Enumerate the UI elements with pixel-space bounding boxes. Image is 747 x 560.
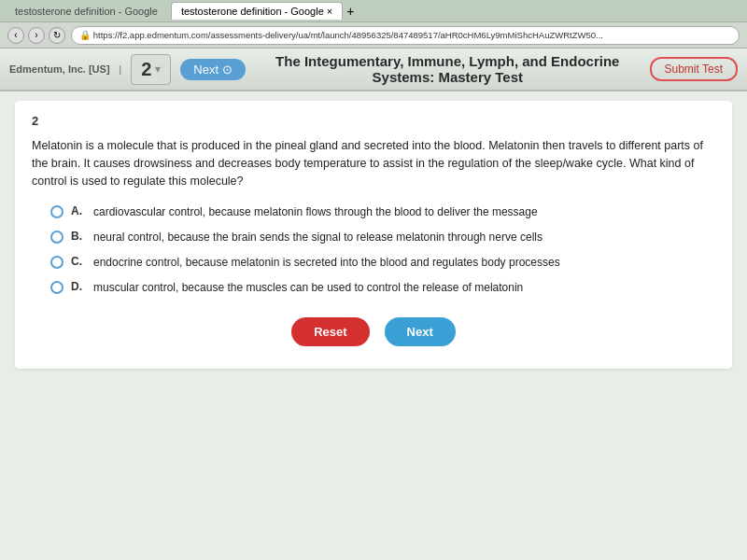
url-text: https://f2.app.edmentum.com/assessments-… (93, 30, 603, 40)
submit-test-button[interactable]: Submit Test (650, 57, 738, 81)
tab-bar: testosterone definition - Google testost… (0, 0, 747, 22)
question-card: 2 Melatonin is a molecule that is produc… (15, 101, 732, 369)
question-text: Melatonin is a molecule that is produced… (32, 137, 715, 189)
main-content: 2 Melatonin is a molecule that is produc… (0, 91, 747, 560)
reset-button[interactable]: Reset (291, 317, 369, 346)
refresh-button[interactable]: ↻ (49, 27, 65, 44)
option-d[interactable]: D. muscular control, because the muscles… (50, 280, 715, 296)
nav-next-icon: ⊙ (222, 63, 233, 77)
next-button[interactable]: Next (385, 317, 456, 346)
option-c[interactable]: C. endocrine control, because melatonin … (50, 255, 715, 271)
new-tab-button[interactable]: + (346, 4, 354, 19)
browser-bar: ‹ › ↻ 🔒 https://f2.app.edmentum.com/asse… (0, 22, 747, 49)
forward-button[interactable]: › (28, 27, 45, 44)
option-c-letter: C. (71, 255, 86, 268)
address-bar[interactable]: 🔒 https://f2.app.edmentum.com/assessment… (71, 26, 740, 45)
option-a[interactable]: A. cardiovascular control, because melat… (50, 204, 715, 220)
radio-b[interactable] (50, 231, 63, 244)
option-b-text: neural control, because the brain sends … (93, 230, 543, 245)
option-d-letter: D. (71, 280, 86, 293)
option-d-text: muscular control, because the muscles ca… (93, 280, 523, 296)
option-b-letter: B. (71, 230, 86, 243)
page-title: The Integumentary, Immune, Lymph, and En… (255, 53, 640, 85)
question-number-badge: 2 (32, 114, 715, 128)
option-b[interactable]: B. neural control, because the brain sen… (50, 230, 715, 245)
browser-controls: ‹ › ↻ (7, 27, 65, 44)
action-buttons: Reset Next (32, 317, 715, 356)
lock-icon: 🔒 (79, 30, 91, 40)
option-c-text: endocrine control, because melatonin is … (93, 255, 560, 271)
radio-c[interactable] (50, 256, 63, 269)
tab-inactive[interactable]: testosterone definition - Google (6, 3, 167, 20)
current-question-number: 2 (141, 59, 151, 80)
app-logo: Edmentum, Inc. [US] (9, 63, 110, 75)
dropdown-icon: ▾ (155, 63, 161, 76)
nav-next-label: Next (193, 63, 218, 77)
submit-test-label: Submit Test (665, 63, 723, 76)
separator: | (120, 64, 122, 75)
answer-options: A. cardiovascular control, because melat… (50, 204, 715, 295)
back-button[interactable]: ‹ (7, 27, 24, 44)
radio-d[interactable] (50, 281, 63, 294)
radio-a[interactable] (50, 205, 63, 218)
option-a-text: cardiovascular control, because melatoni… (93, 204, 538, 220)
app-header: Edmentum, Inc. [US] | 2 ▾ Next ⊙ The Int… (0, 49, 747, 91)
nav-next-button[interactable]: Next ⊙ (180, 59, 246, 80)
option-a-letter: A. (71, 204, 86, 217)
tab-active[interactable]: testosterone definition - Google × (171, 2, 343, 20)
question-nav: 2 ▾ (131, 54, 171, 85)
